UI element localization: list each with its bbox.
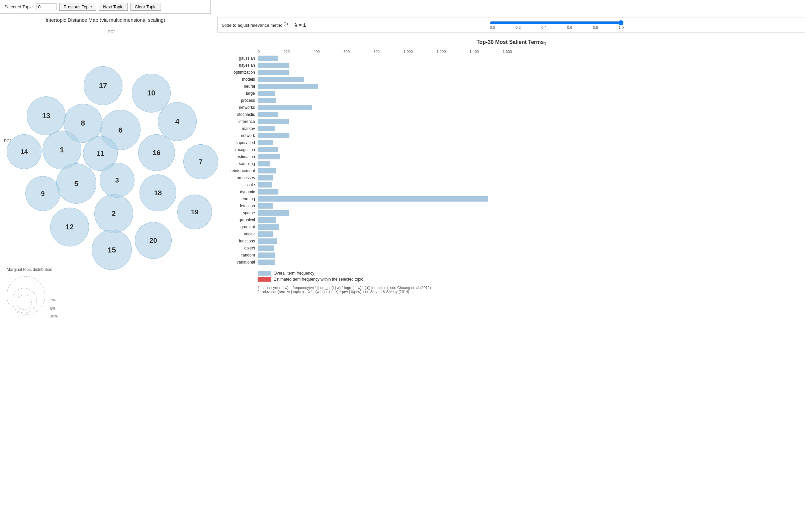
bar-background bbox=[258, 91, 512, 96]
bar-row: reinforcement bbox=[258, 167, 805, 174]
bar-row: network bbox=[258, 132, 805, 139]
bar-row: models bbox=[258, 76, 805, 83]
bar-fill-overall bbox=[258, 77, 304, 82]
bar-fill-overall bbox=[258, 196, 488, 201]
bar-background bbox=[258, 70, 512, 75]
slider-container: 0.00.20.40.60.81.0 bbox=[313, 20, 801, 29]
bar-row: graphical bbox=[258, 217, 805, 223]
bar-row: supervised bbox=[258, 139, 805, 146]
bar-term-label: optimization bbox=[218, 70, 258, 75]
topic-circle-14[interactable]: 14 bbox=[7, 134, 41, 169]
topic-circle-11[interactable]: 11 bbox=[83, 136, 118, 171]
bar-term-label: network bbox=[218, 133, 258, 138]
bar-fill-overall bbox=[258, 210, 289, 216]
bar-row: gradient bbox=[258, 224, 805, 231]
marginal-circle-lg bbox=[7, 276, 45, 315]
clear-topic-button[interactable]: Clear Topic bbox=[130, 3, 161, 11]
bar-fill-overall bbox=[258, 238, 277, 244]
topic-circle-15[interactable]: 15 bbox=[92, 230, 132, 270]
bar-fill-overall bbox=[258, 182, 272, 188]
x-axis-tick: 200 bbox=[283, 50, 289, 54]
topic-circle-13[interactable]: 13 bbox=[27, 97, 65, 135]
bar-background bbox=[258, 203, 512, 209]
x-axis-tick: 800 bbox=[373, 50, 379, 54]
bar-fill-overall bbox=[258, 168, 276, 173]
bar-background bbox=[258, 260, 512, 265]
topic-circle-9[interactable]: 9 bbox=[25, 176, 60, 211]
topic-circle-20[interactable]: 20 bbox=[135, 222, 172, 259]
topic-input[interactable] bbox=[36, 3, 57, 10]
bar-background bbox=[258, 196, 512, 201]
bar-row: bayesian bbox=[258, 62, 805, 69]
bar-row: neural bbox=[258, 83, 805, 90]
bar-background bbox=[258, 133, 512, 138]
bar-fill-overall bbox=[258, 252, 276, 258]
bar-term-label: networks bbox=[218, 105, 258, 110]
topic-circle-10[interactable]: 10 bbox=[132, 74, 171, 112]
bar-fill-overall bbox=[258, 63, 289, 68]
bar-background bbox=[258, 189, 512, 194]
x-axis-tick: 1,600 bbox=[502, 50, 512, 54]
topic-circle-19[interactable]: 19 bbox=[177, 194, 212, 230]
bar-term-label: bayesian bbox=[218, 63, 258, 68]
topic-circle-17[interactable]: 17 bbox=[84, 66, 122, 105]
bar-row: inference bbox=[258, 118, 805, 125]
bar-term-label: markov bbox=[218, 126, 258, 131]
bar-background bbox=[258, 232, 512, 237]
bar-row: stochastic bbox=[258, 111, 805, 118]
x-axis-tick: 0 bbox=[258, 50, 260, 54]
topic-circle-7[interactable]: 7 bbox=[183, 144, 218, 179]
bar-fill-overall bbox=[258, 91, 275, 96]
legend-overall-text: Overall term frequency bbox=[274, 271, 314, 276]
bar-fill-overall bbox=[258, 112, 278, 117]
bar-background bbox=[258, 245, 512, 251]
chart-title: Top-30 Most Salient Terms1 bbox=[218, 39, 805, 46]
bar-background bbox=[258, 112, 512, 117]
topic-circle-12[interactable]: 12 bbox=[50, 208, 89, 246]
x-axis-tick: 400 bbox=[314, 50, 320, 54]
x-axis-tick: 600 bbox=[344, 50, 350, 54]
relevance-label: Slide to adjust relevance metric:(2) bbox=[222, 22, 288, 28]
topic-circle-2[interactable]: 2 bbox=[94, 194, 133, 233]
bar-background bbox=[258, 126, 512, 131]
topic-circle-18[interactable]: 18 bbox=[140, 174, 176, 211]
bar-term-label: processes bbox=[218, 176, 258, 180]
next-topic-button[interactable]: Next Topic bbox=[99, 3, 127, 11]
bar-fill-overall bbox=[258, 260, 275, 265]
marginal-circles-area: 2% 5% 10% bbox=[7, 275, 67, 321]
bar-fill-overall bbox=[258, 133, 289, 138]
bar-term-label: sampling bbox=[218, 161, 258, 166]
bar-term-label: supervised bbox=[218, 140, 258, 145]
bar-background bbox=[258, 140, 512, 145]
bar-term-label: gaussian bbox=[218, 56, 258, 61]
slider-scale-tick: 1.0 bbox=[619, 25, 624, 29]
lambda-slider[interactable] bbox=[490, 20, 624, 25]
prev-topic-button[interactable]: Previous Topic bbox=[59, 3, 96, 11]
x-axis-tick: 1,200 bbox=[437, 50, 446, 54]
bar-row: process bbox=[258, 97, 805, 104]
scatter-area: PC2 PC1 1234567891011121314151617181920 bbox=[3, 26, 204, 261]
pc2-label: PC2 bbox=[108, 29, 115, 34]
slider-scale-tick: 0.8 bbox=[593, 25, 598, 29]
bar-background bbox=[258, 98, 512, 103]
marginal-section: Marginal topic distribution 2% 5% 10% bbox=[3, 267, 207, 321]
bar-term-label: variational bbox=[218, 260, 258, 265]
legend-section: Overall term frequency Estimated term fr… bbox=[258, 271, 805, 281]
marginal-label-5pct: 5% bbox=[50, 306, 56, 310]
bar-row: markov bbox=[258, 125, 805, 132]
bar-row: processes bbox=[258, 174, 805, 181]
bar-fill-overall bbox=[258, 119, 289, 124]
topic-circle-4[interactable]: 4 bbox=[158, 102, 197, 141]
bar-background bbox=[258, 210, 512, 216]
topic-circle-16[interactable]: 16 bbox=[138, 134, 175, 171]
slider-scale-tick: 0.6 bbox=[567, 25, 572, 29]
topic-circle-5[interactable]: 5 bbox=[56, 163, 96, 204]
bar-background bbox=[258, 63, 512, 68]
bar-term-label: neural bbox=[218, 84, 258, 89]
bar-rows: gaussianbayesianoptimizationmodelsneural… bbox=[258, 55, 805, 266]
selected-topic-label: Selected Topic: bbox=[4, 4, 34, 9]
bar-term-label: functions bbox=[218, 239, 258, 243]
bar-row: sparse bbox=[258, 210, 805, 216]
right-panel: Slide to adjust relevance metric:(2) λ =… bbox=[211, 14, 812, 325]
bar-term-label: random bbox=[218, 253, 258, 258]
